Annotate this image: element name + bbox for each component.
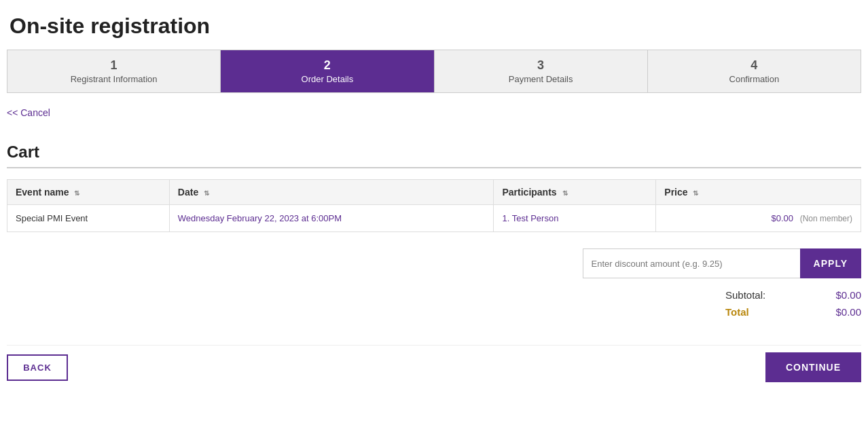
step-2-number: 2 [226, 58, 428, 73]
step-2[interactable]: 2 Order Details [221, 50, 434, 92]
total-label: Total [725, 306, 780, 318]
step-1-number: 1 [13, 58, 215, 73]
col-header-participants[interactable]: Participants ⇅ [494, 180, 656, 205]
col-header-price[interactable]: Price ⇅ [656, 180, 861, 205]
totals-section: Subtotal: $0.00 Total $0.00 [7, 289, 861, 318]
event-date: Wednesday February 22, 2023 at 6:00PM [178, 213, 342, 223]
back-button[interactable]: BACK [7, 354, 68, 381]
total-amount: $0.00 [820, 306, 861, 318]
steps-container: 1 Registrant Information 2 Order Details… [7, 50, 861, 93]
discount-section: APPLY [7, 248, 861, 278]
participants-cell: 1. Test Person [494, 205, 656, 232]
footer-buttons: BACK CONTINUE [7, 345, 861, 389]
discount-input[interactable] [583, 248, 800, 278]
step-4-label: Confirmation [653, 74, 855, 84]
continue-button[interactable]: CONTINUE [765, 352, 861, 382]
subtotal-row: Subtotal: $0.00 [590, 289, 861, 301]
step-3-number: 3 [440, 58, 642, 73]
cancel-link[interactable]: << Cancel [7, 107, 50, 118]
participant-name: Test Person [512, 213, 559, 223]
step-4[interactable]: 4 Confirmation [648, 50, 861, 92]
sort-icon-date: ⇅ [204, 189, 209, 197]
sort-icon-event: ⇅ [74, 189, 79, 197]
table-row: Special PMI Event Wednesday February 22,… [7, 205, 861, 232]
subtotal-label: Subtotal: [725, 289, 780, 301]
event-name: Special PMI Event [16, 213, 88, 223]
page-title: On-site registration [7, 14, 861, 39]
event-name-cell: Special PMI Event [7, 205, 170, 232]
sort-icon-participants: ⇅ [562, 189, 568, 197]
date-cell: Wednesday February 22, 2023 at 6:00PM [169, 205, 494, 232]
subtotal-amount: $0.00 [820, 289, 861, 301]
apply-button[interactable]: APPLY [800, 248, 861, 278]
step-4-number: 4 [653, 58, 855, 73]
cart-title: Cart [7, 143, 861, 168]
price-amount: $0.00 [771, 213, 793, 223]
price-cell: $0.00 (Non member) [656, 205, 861, 232]
step-3-label: Payment Details [440, 74, 642, 84]
sort-icon-price: ⇅ [693, 189, 698, 197]
col-header-date[interactable]: Date ⇅ [169, 180, 494, 205]
participant-number: 1. [502, 213, 509, 223]
cart-table: Event name ⇅ Date ⇅ Participants ⇅ Price… [7, 179, 861, 232]
total-row: Total $0.00 [590, 306, 861, 318]
step-1[interactable]: 1 Registrant Information [7, 50, 221, 92]
step-2-label: Order Details [226, 74, 428, 84]
step-3[interactable]: 3 Payment Details [435, 50, 648, 92]
step-1-label: Registrant Information [13, 74, 215, 84]
col-header-event-name[interactable]: Event name ⇅ [7, 180, 170, 205]
price-type-label: (Non member) [800, 214, 852, 223]
